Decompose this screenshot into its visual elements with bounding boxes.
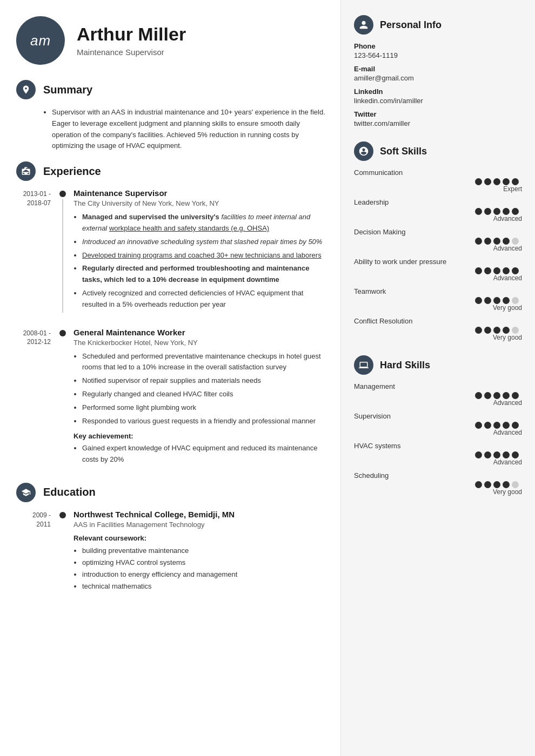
coursework-list: building preventative maintenanceoptimiz… — [73, 545, 330, 592]
edu-date: 2009 -2011 — [11, 510, 59, 592]
exp-date: 2013-01 -2018-07 — [11, 188, 59, 312]
summary-text: Supervisor with an AAS in industrial mai… — [11, 107, 330, 152]
filled-dot — [503, 297, 510, 304]
exp-dot-line — [59, 188, 66, 312]
skill-item: Scheduling Very good — [354, 471, 522, 496]
edu-dot — [59, 512, 66, 518]
empty-dot — [512, 327, 519, 334]
skill-item: Leadership Advanced — [354, 198, 522, 222]
filled-dot — [503, 392, 510, 399]
personal-info-icon — [354, 15, 373, 35]
filled-dot — [493, 267, 500, 274]
skill-name: Scheduling — [354, 471, 522, 480]
summary-section: Summary Supervisor with an AAS in indust… — [11, 80, 330, 152]
skill-dots — [475, 238, 519, 245]
filled-dot — [484, 422, 491, 429]
filled-dot — [503, 208, 510, 215]
summary-title: Summary — [43, 84, 92, 96]
experience-header: Experience — [11, 161, 330, 181]
skill-name: Conflict Resolution — [354, 317, 522, 325]
info-value: twitter.com/amiller — [354, 119, 522, 127]
exp-content: General Maintenance Worker The Knickerbo… — [73, 328, 330, 468]
candidate-name: Arthur Miller — [77, 24, 186, 44]
empty-dot — [512, 238, 519, 245]
filled-dot — [493, 327, 500, 334]
filled-dot — [503, 481, 510, 488]
filled-dot — [493, 392, 500, 399]
hard-skills-header: Hard Skills — [354, 355, 522, 375]
education-list: 2009 -2011 Northwest Technical College, … — [11, 510, 330, 592]
skill-item: Supervision Advanced — [354, 412, 522, 436]
filled-dot — [475, 238, 482, 245]
education-header: Education — [11, 483, 330, 502]
skill-level: Advanced — [354, 429, 522, 436]
filled-dot — [493, 451, 500, 458]
skill-dots — [475, 297, 519, 304]
skill-dots-label — [354, 178, 522, 185]
filled-dot — [484, 238, 491, 245]
filled-dot — [493, 208, 500, 215]
filled-dot — [503, 238, 510, 245]
experience-item: 2013-01 -2018-07 Maintenance Supervisor … — [11, 188, 330, 312]
summary-bullet: Supervisor with an AAS in industrial mai… — [52, 107, 330, 152]
hard-skills-list: Management Advanced Supervision Advanced… — [354, 382, 522, 496]
personal-info-header: Personal Info — [354, 15, 522, 35]
hard-skills-section: Hard Skills Management Advanced Supervis… — [354, 355, 522, 496]
skill-level: Advanced — [354, 245, 522, 252]
filled-dot — [484, 481, 491, 488]
skill-item: Conflict Resolution Very good — [354, 317, 522, 341]
soft-skills-list: Communication Expert Leadership Advanced… — [354, 168, 522, 341]
skill-level: Advanced — [354, 215, 522, 222]
skill-dots — [475, 208, 519, 215]
filled-dot — [484, 297, 491, 304]
filled-dot — [503, 422, 510, 429]
skill-dots-label — [354, 238, 522, 245]
exp-dot-line — [59, 328, 66, 468]
exp-dot — [59, 191, 66, 197]
resume: am Arthur Miller Maintenance Supervisor … — [0, 0, 535, 756]
personal-info-fields: Phone 123-564-1119E-mail amiller@gmail.c… — [354, 42, 522, 127]
filled-dot — [512, 422, 519, 429]
filled-dot — [512, 267, 519, 274]
skill-dots-label — [354, 481, 522, 488]
exp-org: The Knickerbocker Hotel, New York, NY — [73, 339, 330, 347]
experience-list: 2013-01 -2018-07 Maintenance Supervisor … — [11, 188, 330, 468]
skill-name: Ability to work under pressure — [354, 258, 522, 266]
filled-dot — [493, 297, 500, 304]
skill-dots — [475, 327, 519, 334]
info-label: Twitter — [354, 110, 522, 118]
filled-dot — [475, 297, 482, 304]
summary-icon — [16, 80, 36, 99]
info-label: Phone — [354, 42, 522, 50]
filled-dot — [484, 178, 491, 185]
edu-dot-line — [59, 510, 66, 592]
skill-level: Advanced — [354, 274, 522, 282]
education-item: 2009 -2011 Northwest Technical College, … — [11, 510, 330, 592]
personal-info-section: Personal Info Phone 123-564-1119E-mail a… — [354, 15, 522, 127]
skill-name: Leadership — [354, 198, 522, 206]
skill-level: Expert — [354, 185, 522, 193]
exp-content: Maintenance Supervisor The City Universi… — [73, 188, 330, 312]
filled-dot — [493, 422, 500, 429]
skill-item: HVAC systems Advanced — [354, 442, 522, 466]
skill-level: Very good — [354, 334, 522, 341]
filled-dot — [475, 422, 482, 429]
info-field: Twitter twitter.com/amiller — [354, 110, 522, 127]
skill-name: HVAC systems — [354, 442, 522, 450]
exp-date: 2008-01 -2012-12 — [11, 328, 59, 468]
skill-dots — [475, 178, 519, 185]
exp-job-title: General Maintenance Worker — [73, 328, 330, 337]
filled-dot — [484, 392, 491, 399]
candidate-title: Maintenance Supervisor — [77, 48, 186, 57]
skill-item: Decision Making Advanced — [354, 228, 522, 252]
skill-name: Communication — [354, 168, 522, 177]
exp-line — [62, 199, 63, 312]
skill-item: Ability to work under pressure Advanced — [354, 258, 522, 282]
avatar: am — [16, 16, 65, 65]
coursework-title: Relevant coursework: — [73, 534, 330, 542]
key-achievement: Key achievement: Gained expert knowledge… — [73, 432, 330, 465]
info-label: LinkedIn — [354, 87, 522, 96]
skill-dots — [475, 422, 519, 429]
skill-dots-label — [354, 451, 522, 458]
avatar-initials: am — [30, 32, 51, 49]
